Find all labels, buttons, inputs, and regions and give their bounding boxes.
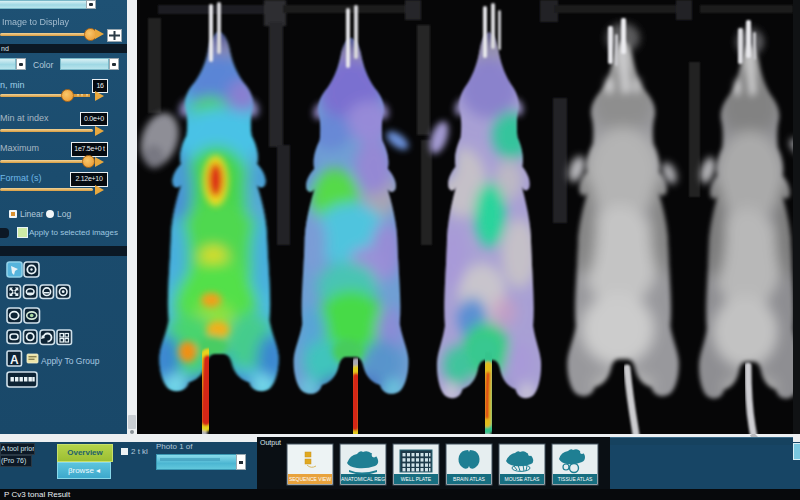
- svg-text:BRAIN ATLAS: BRAIN ATLAS: [453, 476, 486, 482]
- svg-text:WELL PLATE: WELL PLATE: [401, 476, 432, 482]
- svg-text:TISSUE ATLAS: TISSUE ATLAS: [558, 476, 593, 482]
- svg-text:ANATOMICAL REG: ANATOMICAL REG: [341, 476, 385, 482]
- svg-text:SEQUENCE VIEW: SEQUENCE VIEW: [289, 476, 332, 482]
- svg-text:A: A: [10, 353, 19, 367]
- svg-text:MOUSE ATLAS: MOUSE ATLAS: [505, 476, 541, 482]
- svg-text:Apply To Group: Apply To Group: [41, 356, 100, 366]
